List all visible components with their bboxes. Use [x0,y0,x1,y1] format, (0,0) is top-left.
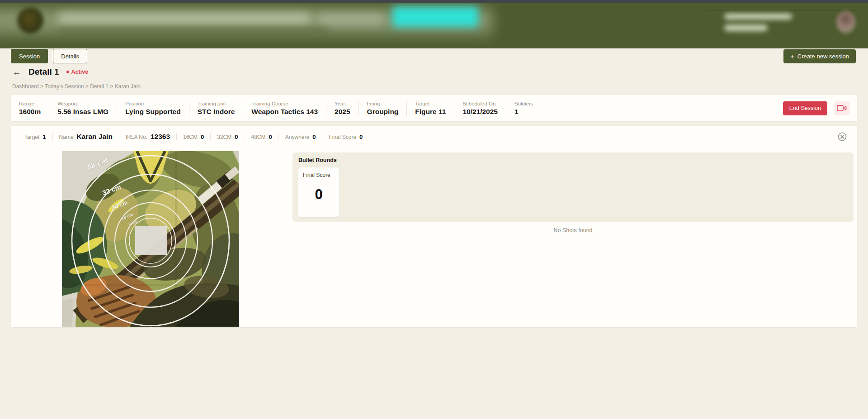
stat-training-course: Training Course Weapon Tactics 143 [243,101,326,116]
mini-label: Final Score [329,134,356,140]
mini-value: 1 [42,133,46,140]
stat-soldiers: Soldiers 1 [506,101,542,116]
session-actions: End Session [783,101,850,115]
stat-label: Target [415,101,446,106]
user-name-blurred [724,14,792,19]
stat-value: 2025 [335,108,350,116]
stat-training-unit: Training unit STC Indore [189,101,243,116]
no-shots-message: No Shots found [292,227,854,233]
view-tabs: Session Details [11,49,87,63]
avatar[interactable] [836,11,855,33]
app-title-blurred [58,13,311,24]
stat-year: Year 2025 [326,101,358,116]
stat-value: Lying Supported [125,108,181,116]
stat-target: Target Figure 11 [406,101,454,116]
mini-label: 32CM [217,134,231,140]
mini-value: 0 [235,133,238,140]
figure-11-target-image[interactable]: 48 cm 32 cm 24 cm 18 cm 12 cm [62,151,239,327]
mini-value: 12363 [151,133,170,141]
stat-value: Weapon Tactics 143 [251,108,318,116]
stat-position: Position Lying Supported [117,101,189,116]
soldier-card: Target 1 Name Karan Jain IRLA No. 12363 … [11,126,857,327]
bullet-rounds-panel: Bullet Rounds Final Score 0 [292,152,854,222]
create-new-session-button[interactable]: + Create new session [783,49,856,63]
status-label: Active [71,69,89,75]
stat-label: Range [19,101,41,106]
stat-scheduled-on: Scheduled On 10/21/2025 [454,101,506,116]
window-top-strip [0,0,868,3]
mini-value: 0 [201,133,204,140]
status-dot-icon [66,71,69,73]
app-subtitle-blurred [58,28,329,33]
stat-label: Training Course [251,101,318,106]
app-header [0,3,868,48]
app-title-blurred-2 [316,14,384,24]
mini-value: 0 [359,133,363,140]
mini-label: 16CM [183,134,198,140]
final-score-value: 0 [303,186,335,203]
create-new-session-label: Create new session [797,53,849,60]
stat-value: 10/21/2025 [462,108,498,116]
mini-label: 48CM [251,134,266,140]
page-title: Detail 1 [28,67,59,77]
sign-out-blurred [724,24,768,31]
soldier-final-score: Final Score 0 [322,133,369,140]
mini-label: Anywhere [285,134,309,140]
tab-session[interactable]: Session [11,49,48,63]
stat-value: STC Indore [198,108,235,116]
video-camera-button[interactable] [834,101,850,115]
target-center-patch [135,226,167,255]
video-camera-icon [837,105,847,112]
detail-header-row: ← Detail 1 Active [12,67,88,77]
stat-label: Training unit [198,101,235,106]
app-logo [17,7,43,33]
mini-label: Target [24,134,39,140]
stat-label: Scheduled On [462,101,498,106]
session-info-bar: Range 1600m Weapon 5.56 Insas LMG Positi… [11,95,857,121]
final-score-label: Final Score [303,172,339,178]
mini-value: 0 [312,133,316,140]
stat-value: 5.56 Insas LMG [57,108,108,116]
soldier-target-no: Target 1 [18,133,52,140]
stat-firing: Firing Grouping [359,101,407,116]
soldier-48cm: 48CM 0 [245,133,278,140]
soldier-16cm: 16CM 0 [176,133,210,140]
soldier-anywhere: Anywhere 0 [278,133,322,140]
mini-label: IRLA No. [126,134,147,140]
stat-label: Year [335,101,350,106]
stat-label: Soldiers [514,101,533,106]
soldier-irla-no: IRLA No. 12363 [119,133,176,141]
final-score-card: Final Score 0 [298,167,339,217]
soldier-stats-row: Target 1 Name Karan Jain IRLA No. 12363 … [11,126,857,144]
soldier-32cm: 32CM 0 [210,133,244,140]
soldier-name: Name Karan Jain [52,133,119,141]
mini-value: Karan Jain [77,133,113,141]
mini-value: 0 [269,133,272,140]
back-arrow-icon[interactable]: ← [12,67,21,76]
bullet-rounds-title: Bullet Rounds [298,157,848,163]
stat-value: Figure 11 [415,108,446,116]
stat-value: Grouping [367,108,399,116]
end-session-button[interactable]: End Session [783,101,827,115]
header-highlight-blurred [392,6,478,27]
stat-label: Position [125,101,181,106]
stat-label: Weapon [57,101,108,106]
close-soldier-button[interactable] [837,132,847,142]
stat-range: Range 1600m [18,101,49,116]
target-figure-graphic: 48 cm 32 cm 24 cm 18 cm 12 cm [62,151,239,327]
close-circle-icon [837,132,847,142]
status-badge: Active [66,69,89,75]
stat-label: Firing [367,101,399,106]
stat-value: 1 [514,108,533,116]
mini-label: Name [59,134,74,140]
breadcrumb[interactable]: Dashboard > Today's Session > Detail 1 >… [12,83,141,90]
stat-value: 1600m [19,108,41,116]
plus-icon: + [790,52,794,60]
tab-details[interactable]: Details [53,49,87,63]
stat-weapon: Weapon 5.56 Insas LMG [49,101,117,116]
user-area-divider [705,10,854,11]
